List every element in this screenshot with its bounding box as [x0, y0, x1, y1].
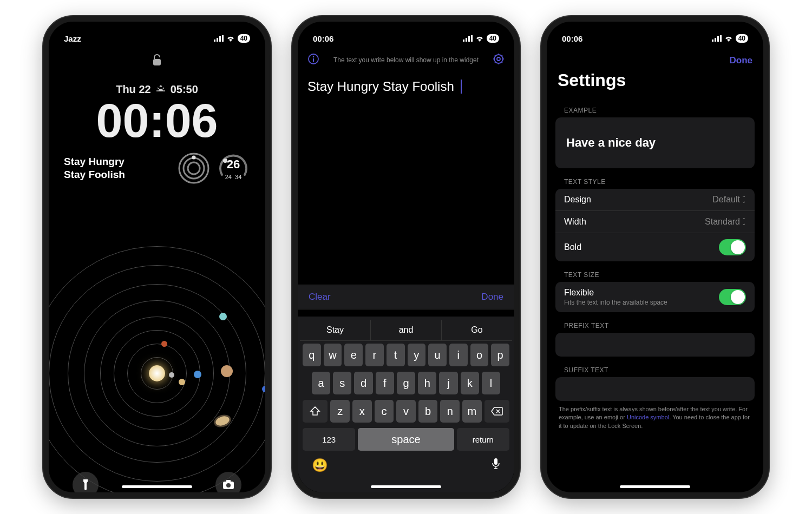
svg-rect-3: [222, 35, 224, 42]
key-t[interactable]: t: [387, 344, 405, 366]
example-text: Have a nice day: [566, 136, 744, 150]
svg-point-12: [226, 483, 231, 488]
key-o[interactable]: o: [470, 344, 489, 366]
status-time: 00:06: [313, 34, 333, 43]
key-b[interactable]: b: [418, 400, 438, 423]
footer-note: The prefix/suffix text is always shown b…: [547, 401, 763, 430]
key-k[interactable]: k: [461, 372, 479, 394]
design-value: Default: [712, 195, 740, 205]
solar-system-wallpaper: [43, 233, 271, 498]
width-label: Width: [564, 217, 586, 227]
key-l[interactable]: l: [482, 372, 500, 394]
widget-line-1: Stay Hungry: [64, 156, 125, 167]
key-v[interactable]: v: [396, 400, 416, 423]
gauge-low: 24: [225, 174, 232, 180]
key-backspace[interactable]: [484, 400, 509, 423]
home-indicator[interactable]: [122, 485, 192, 488]
key-z[interactable]: z: [330, 400, 350, 423]
flexible-label: Flexible: [564, 288, 667, 298]
bold-toggle[interactable]: [719, 239, 746, 255]
key-u[interactable]: u: [428, 344, 447, 366]
key-shift[interactable]: [303, 400, 328, 423]
info-icon[interactable]: [307, 53, 319, 67]
editor-text-value: Stay Hungry Stay Foolish: [307, 79, 454, 94]
clear-button[interactable]: Clear: [309, 292, 331, 302]
concentric-widget: [178, 152, 210, 185]
unicode-link[interactable]: Unicode symbol: [627, 414, 669, 420]
section-header-textstyle: TEXT STYLE: [547, 168, 763, 189]
svg-rect-11: [226, 480, 231, 482]
section-header-suffix: SUFFIX TEXT: [547, 357, 763, 377]
flexible-row: Flexible Fits the text into the availabl…: [555, 282, 755, 312]
lockscreen-time: 00:06: [49, 97, 265, 144]
key-g[interactable]: g: [397, 372, 415, 394]
key-space[interactable]: space: [358, 428, 454, 451]
key-numbers[interactable]: 123: [303, 428, 355, 451]
svg-rect-0: [214, 39, 215, 42]
widget-line-2: Stay Foolish: [64, 169, 125, 180]
dynamic-island: [125, 27, 189, 44]
editor-hint: The text you write below will show up in…: [325, 56, 487, 64]
design-row[interactable]: Design Default⌃⌄: [555, 189, 755, 211]
chevron-updown-icon: ⌃⌄: [742, 196, 746, 203]
text-widget: Stay Hungry Stay Foolish: [64, 155, 171, 181]
key-x[interactable]: x: [352, 400, 372, 423]
emoji-key-icon[interactable]: 😃: [312, 458, 328, 473]
key-i[interactable]: i: [449, 344, 468, 366]
bold-row: Bold: [555, 233, 755, 261]
key-a[interactable]: a: [312, 372, 330, 394]
page-title: Settings: [547, 68, 763, 97]
key-p[interactable]: p: [491, 344, 509, 366]
key-e[interactable]: e: [344, 344, 363, 366]
home-indicator[interactable]: [371, 485, 441, 488]
suggestion-1[interactable]: Stay: [300, 320, 371, 340]
key-m[interactable]: m: [462, 400, 482, 423]
settings-gear-icon[interactable]: [493, 53, 505, 67]
phone-editor: 00:06 40 The text you write below will s…: [292, 16, 520, 498]
key-return[interactable]: return: [457, 428, 509, 451]
carrier-label: Jazz: [64, 34, 81, 43]
flashlight-button[interactable]: [73, 472, 99, 498]
nav-bar: Done: [547, 48, 763, 68]
key-r[interactable]: r: [365, 344, 384, 366]
key-s[interactable]: s: [333, 372, 351, 394]
key-f[interactable]: f: [376, 372, 394, 394]
section-header-textsize: TEXT SIZE: [547, 261, 763, 282]
svg-rect-22: [494, 458, 497, 465]
keyboard-toolbar: Clear Done: [298, 285, 514, 309]
width-row[interactable]: Width Standard⌃⌄: [555, 211, 755, 233]
example-preview: Have a nice day: [555, 117, 755, 168]
key-n[interactable]: n: [440, 400, 460, 423]
key-w[interactable]: w: [324, 344, 342, 366]
text-input-area[interactable]: Stay Hungry Stay Foolish: [298, 73, 514, 101]
keyboard: Stay and Go q w e r t y u i o p a s d f …: [298, 317, 514, 492]
battery-indicator: 40: [238, 34, 250, 43]
key-j[interactable]: j: [439, 372, 457, 394]
key-y[interactable]: y: [408, 344, 426, 366]
status-time: 00:06: [562, 34, 582, 43]
done-button[interactable]: Done: [481, 292, 503, 302]
signal-icon: [463, 34, 473, 43]
suffix-input[interactable]: [555, 377, 755, 401]
prefix-input[interactable]: [555, 333, 755, 357]
svg-rect-1: [217, 38, 218, 42]
chevron-updown-icon: ⌃⌄: [742, 219, 746, 225]
battery-indicator: 40: [736, 34, 748, 43]
flexible-toggle[interactable]: [719, 289, 746, 305]
dictation-icon[interactable]: [492, 458, 500, 473]
wifi-icon: [724, 34, 733, 43]
suggestion-2[interactable]: and: [371, 320, 442, 340]
home-indicator[interactable]: [620, 485, 690, 488]
dynamic-island: [374, 27, 438, 44]
camera-button[interactable]: [215, 472, 241, 498]
key-d[interactable]: d: [354, 372, 372, 394]
section-header-example: EXAMPLE: [547, 97, 763, 117]
section-header-prefix: PREFIX TEXT: [547, 312, 763, 333]
done-button[interactable]: Done: [730, 55, 753, 66]
key-c[interactable]: c: [375, 400, 394, 423]
key-h[interactable]: h: [418, 372, 436, 394]
width-value: Standard: [705, 217, 740, 227]
suggestion-3[interactable]: Go: [442, 320, 512, 340]
key-q[interactable]: q: [303, 344, 321, 366]
temp-gauge-widget: 26 24 34: [217, 152, 250, 185]
